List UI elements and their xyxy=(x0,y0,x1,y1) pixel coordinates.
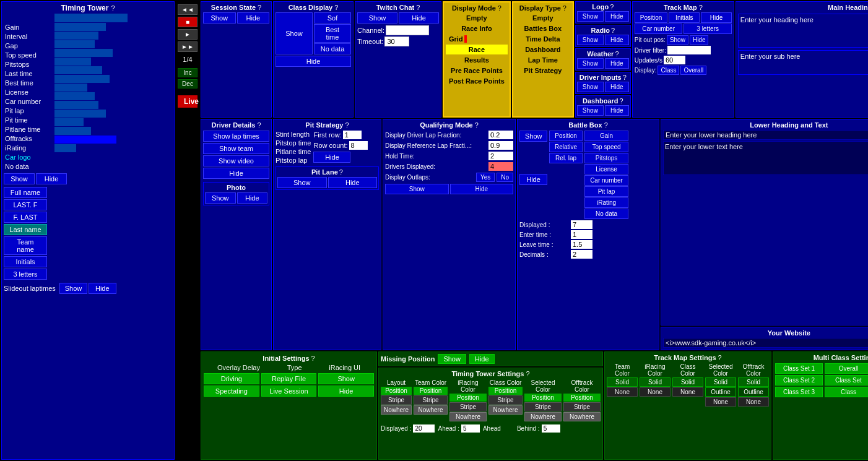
outlaps-no-btn[interactable]: No xyxy=(497,173,513,182)
bb-hide-btn[interactable]: Hide xyxy=(519,174,547,185)
logo-help[interactable]: ? xyxy=(610,3,614,11)
tms-oc-outline[interactable]: Outline xyxy=(738,387,769,397)
tts-cc-nowhere[interactable]: Nowhere xyxy=(488,405,523,415)
tts-layout-position[interactable]: Position xyxy=(381,387,412,395)
sub-textarea[interactable]: Enter your sub here xyxy=(738,50,868,75)
tt-hide-btn[interactable]: Hide xyxy=(36,173,67,184)
tm-position-btn[interactable]: Position xyxy=(635,12,668,23)
tm-carnumber-btn[interactable]: Car number xyxy=(635,24,683,34)
pit-lane-help[interactable]: ? xyxy=(339,168,343,176)
logo-hide-btn[interactable]: Hide xyxy=(605,11,629,22)
tms-oc-none[interactable]: None xyxy=(738,397,769,407)
tt-threeletters-btn[interactable]: 3 letters xyxy=(4,269,47,280)
tts-displayed-input[interactable] xyxy=(413,424,435,433)
tt-lastf-btn[interactable]: LAST. F xyxy=(4,199,47,210)
tts-ic-stripe[interactable]: Stripe xyxy=(449,402,487,411)
tm-hide-btn[interactable]: Hide xyxy=(701,12,732,23)
tts-sc-position[interactable]: Position xyxy=(524,394,562,402)
mcs-class-set[interactable]: Class Set xyxy=(825,375,868,386)
pitlane-show-btn[interactable]: Show xyxy=(277,177,327,188)
bb-topspeed-btn[interactable]: Top speed xyxy=(584,142,628,152)
is-hide-btn[interactable]: Hide xyxy=(318,386,374,397)
weather-help[interactable]: ? xyxy=(615,50,618,58)
display-type-help[interactable]: ? xyxy=(563,4,566,12)
dt-pitstrategy[interactable]: Pit Strategy xyxy=(515,66,571,75)
battle-box-help[interactable]: ? xyxy=(604,121,608,129)
mp-show-btn[interactable]: Show xyxy=(438,354,466,364)
tts-ic-nowhere[interactable]: Nowhere xyxy=(449,412,487,421)
tts-ahead-input[interactable] xyxy=(461,424,480,433)
dt-laptime[interactable]: Lap Time xyxy=(515,55,571,65)
mcs-class[interactable]: Class xyxy=(825,387,868,397)
outlaps-yes-btn[interactable]: Yes xyxy=(476,173,495,182)
bb-carnumber-btn[interactable]: Car number xyxy=(584,175,628,186)
nav-inc-btn[interactable]: Inc xyxy=(178,68,197,77)
dashboard-hide-btn[interactable]: Hide xyxy=(605,105,629,116)
timeout-input[interactable] xyxy=(384,37,409,46)
tts-cc-position[interactable]: Position xyxy=(488,387,523,395)
bb-pitlap-btn[interactable]: Pit lap xyxy=(584,186,628,197)
driver-details-help[interactable]: ? xyxy=(257,121,261,129)
dashboard-show-btn[interactable]: Show xyxy=(577,105,604,116)
driver-inputs-show-btn[interactable]: Show xyxy=(577,82,604,92)
nav-play-btn[interactable]: ► xyxy=(178,29,197,40)
session-state-help[interactable]: ? xyxy=(258,4,261,11)
bb-show-btn[interactable]: Show xyxy=(519,131,547,142)
nav-dec-btn[interactable]: Dec xyxy=(178,79,197,88)
tms-sc-none[interactable]: None xyxy=(705,397,736,407)
tms-cc-none[interactable]: None xyxy=(672,387,703,397)
mcs-class-set-1[interactable]: Class Set 1 xyxy=(775,363,823,374)
tms-cc-solid[interactable]: Solid xyxy=(672,377,703,387)
mcs-class-set-2[interactable]: Class Set 2 xyxy=(775,375,823,386)
lower-heading-input[interactable] xyxy=(663,130,868,140)
qm-hide-btn[interactable]: Hide xyxy=(450,184,514,194)
tts-sc-stripe[interactable]: Stripe xyxy=(524,402,562,411)
dt-empty[interactable]: Empty xyxy=(515,13,571,23)
driver-inputs-hide-btn[interactable]: Hide xyxy=(605,82,629,92)
nav-stop-btn[interactable]: ■ xyxy=(178,17,197,27)
weather-hide-btn[interactable]: Hide xyxy=(605,58,629,69)
row-count-input[interactable] xyxy=(349,141,368,150)
twitch-help[interactable]: ? xyxy=(416,4,420,11)
tts-layout-nowhere[interactable]: Nowhere xyxy=(381,405,412,415)
bb-license-btn[interactable]: License xyxy=(584,164,628,174)
tts-tc-nowhere[interactable]: Nowhere xyxy=(414,405,448,415)
dashboard-help[interactable]: ? xyxy=(620,97,623,105)
qualifying-mode-help[interactable]: ? xyxy=(475,121,479,129)
dt-dashboard[interactable]: Dashboard xyxy=(515,45,571,54)
tts-layout-stripe[interactable]: Stripe xyxy=(381,395,412,405)
tm-pitout-show-btn[interactable]: Show xyxy=(667,35,688,45)
tms-sc-outline[interactable]: Outline xyxy=(705,387,736,397)
slideout-hide-btn[interactable]: Hide xyxy=(89,283,116,294)
tts-oc-position[interactable]: Position xyxy=(563,394,601,402)
class-sof-btn[interactable]: Sof xyxy=(314,12,351,24)
logo-show-btn[interactable]: Show xyxy=(577,11,604,22)
nav-ffwd-btn[interactable]: ►► xyxy=(178,41,197,52)
display-mode-help[interactable]: ? xyxy=(498,4,501,12)
bb-entertime-input[interactable] xyxy=(571,230,592,239)
initial-settings-help[interactable]: ? xyxy=(311,355,315,362)
is-replayfile-btn[interactable]: Replay File xyxy=(261,373,317,384)
mcs-class-set-3[interactable]: Class Set 3 xyxy=(775,387,823,397)
radio-hide-btn[interactable]: Hide xyxy=(605,35,629,45)
is-driving-btn[interactable]: Driving xyxy=(204,373,259,384)
tm-class-btn[interactable]: Class xyxy=(658,66,679,75)
bb-leavetime-input[interactable] xyxy=(571,240,592,249)
tm-initials-btn[interactable]: Initials xyxy=(669,12,700,23)
driver-lap-frac-input[interactable] xyxy=(488,131,513,139)
bb-decimals-input[interactable] xyxy=(571,250,592,259)
weather-show-btn[interactable]: Show xyxy=(577,58,604,69)
tt-fullname-btn[interactable]: Full name xyxy=(4,187,47,198)
tms-sc-solid[interactable]: Solid xyxy=(705,377,736,387)
tt-lastname-btn[interactable]: Last name xyxy=(4,224,47,235)
dm-raceinfo[interactable]: Race Info xyxy=(446,24,508,33)
bb-relative-btn[interactable]: Relative xyxy=(549,142,583,152)
tt-show-btn[interactable]: Show xyxy=(4,173,35,184)
nav-back-btn[interactable]: ◄◄ xyxy=(178,4,197,15)
tm-pitout-hide-btn[interactable]: Hide xyxy=(690,35,709,45)
mp-hide-btn[interactable]: Hide xyxy=(469,354,495,364)
qm-show-btn[interactable]: Show xyxy=(385,184,449,194)
bb-gain-btn[interactable]: Gain xyxy=(584,131,628,141)
session-hide-btn[interactable]: Hide xyxy=(237,12,270,24)
bb-nodata-btn[interactable]: No data xyxy=(584,209,628,219)
